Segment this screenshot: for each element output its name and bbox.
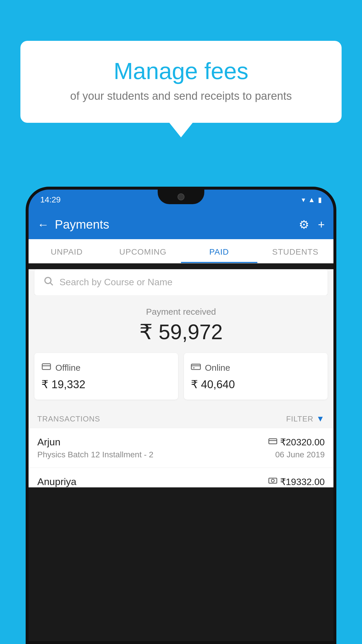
- camera-icon: [178, 193, 184, 200]
- transaction-row-bottom: Physics Batch 12 Installment - 2 06 June…: [37, 450, 325, 459]
- speech-bubble-title: Manage fees: [44, 58, 318, 84]
- offline-icon: [41, 362, 51, 374]
- transaction-name-2: Anupriya: [37, 476, 76, 487]
- filter-icon: ▼: [316, 414, 325, 424]
- svg-point-10: [271, 479, 274, 482]
- filter-button[interactable]: FILTER ▼: [286, 414, 325, 424]
- transactions-label: TRANSACTIONS: [37, 414, 100, 424]
- tab-unpaid[interactable]: UNPAID: [29, 239, 105, 263]
- speech-bubble-wrapper: Manage fees of your students and send re…: [20, 41, 342, 137]
- transaction-course: Physics Batch 12 Installment - 2: [37, 450, 153, 459]
- tab-students[interactable]: STUDENTS: [257, 239, 334, 263]
- svg-line-1: [50, 283, 53, 285]
- online-icon: [191, 362, 201, 374]
- online-amount: ₹ 40,640: [191, 378, 321, 391]
- online-card-header: Online: [191, 362, 321, 374]
- status-icons: ▾ ▲ ▮: [302, 196, 322, 204]
- transaction-amount-2: ₹19332.00: [280, 476, 325, 487]
- signal-icon: ▲: [308, 196, 315, 204]
- speech-bubble-arrow: [169, 123, 193, 137]
- payment-received-section: Payment received ₹ 59,972: [29, 295, 333, 353]
- online-card: Online ₹ 40,640: [184, 353, 328, 400]
- transactions-header: TRANSACTIONS FILTER ▼: [29, 408, 333, 428]
- tab-paid[interactable]: PAID: [181, 239, 257, 263]
- wifi-icon: ▾: [302, 196, 305, 204]
- offline-card: Offline ₹ 19,332: [34, 353, 178, 400]
- svg-point-0: [45, 277, 51, 284]
- transaction-amount-wrap: ₹20320.00: [268, 437, 325, 448]
- svg-rect-7: [269, 439, 277, 444]
- phone-frame: 14:29 ▾ ▲ ▮ ← Payments ⚙ + UNPAID: [26, 187, 336, 644]
- status-bar: 14:29 ▾ ▲ ▮: [29, 190, 333, 210]
- transaction-amount: ₹20320.00: [280, 437, 325, 448]
- speech-bubble: Manage fees of your students and send re…: [20, 41, 342, 123]
- svg-rect-4: [191, 364, 200, 370]
- transaction-row-partial[interactable]: Anupriya ₹19332.00: [29, 468, 333, 487]
- add-button[interactable]: +: [318, 218, 325, 231]
- page-background: Manage fees of your students and send re…: [0, 0, 362, 644]
- tab-upcoming[interactable]: UPCOMING: [105, 239, 181, 263]
- header-title: Payments: [55, 218, 299, 232]
- online-label: Online: [205, 363, 230, 373]
- search-bar[interactable]: Search by Course or Name: [34, 269, 328, 295]
- search-placeholder: Search by Course or Name: [59, 277, 173, 288]
- app-header: ← Payments ⚙ +: [29, 210, 333, 239]
- transaction-amount-wrap-2: ₹19332.00: [268, 476, 325, 487]
- payment-cards: Offline ₹ 19,332 Online: [29, 353, 333, 408]
- speech-bubble-subtitle: of your students and send receipts to pa…: [44, 90, 318, 102]
- status-time: 14:29: [40, 195, 61, 204]
- settings-icon[interactable]: ⚙: [299, 218, 309, 231]
- transaction-cash-icon: [268, 477, 277, 487]
- notch: [158, 190, 204, 204]
- back-button[interactable]: ←: [37, 218, 49, 231]
- search-icon: [43, 276, 54, 289]
- transaction-row-partial-top: Anupriya ₹19332.00: [37, 476, 325, 487]
- tabs-bar: UNPAID UPCOMING PAID STUDENTS: [29, 239, 333, 263]
- transaction-card-icon: [268, 438, 277, 447]
- svg-rect-2: [42, 364, 50, 370]
- transaction-row[interactable]: Arjun ₹20320.00 Physics Batch 12 Install…: [29, 428, 333, 468]
- offline-card-header: Offline: [41, 362, 171, 374]
- battery-icon: ▮: [318, 196, 322, 204]
- transaction-name: Arjun: [37, 436, 60, 448]
- transaction-row-top: Arjun ₹20320.00: [37, 436, 325, 448]
- offline-amount: ₹ 19,332: [41, 378, 171, 391]
- app-content: Search by Course or Name Payment receive…: [29, 269, 333, 487]
- payment-received-label: Payment received: [34, 307, 328, 317]
- filter-label: FILTER: [286, 414, 314, 424]
- offline-label: Offline: [55, 363, 80, 373]
- payment-received-amount: ₹ 59,972: [34, 320, 328, 344]
- transaction-date: 06 June 2019: [275, 450, 325, 459]
- header-actions: ⚙ +: [299, 218, 325, 231]
